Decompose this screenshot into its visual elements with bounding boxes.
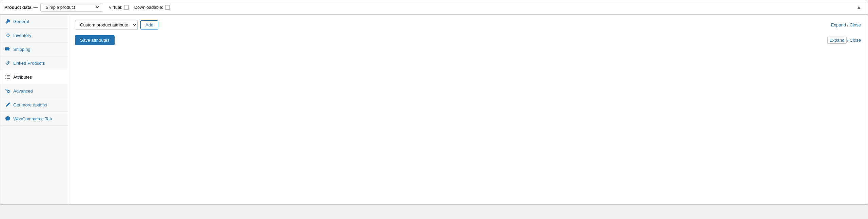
sidebar-item-woocommerce-tab-label: WooCommerce Tab [13, 116, 52, 121]
product-data-dash: — [33, 5, 38, 10]
product-data-panel: Product data — Simple product Variable p… [0, 0, 868, 205]
svg-rect-1 [7, 75, 10, 76]
gear-icon [5, 88, 11, 94]
product-data-body: General Inventory Shipping Linked Produc… [0, 15, 868, 204]
product-type-selector[interactable]: Simple product Variable product Grouped … [40, 3, 103, 12]
pencil-star-icon [5, 102, 11, 107]
svg-rect-4 [5, 78, 6, 79]
add-attribute-button[interactable]: Add [140, 20, 158, 29]
sidebar-item-get-more-options[interactable]: Get more options [0, 98, 68, 112]
sidebar-item-advanced[interactable]: Advanced [0, 84, 68, 98]
sidebar-item-general-label: General [13, 19, 29, 24]
downloadable-label[interactable]: Downloadable: [134, 5, 170, 10]
product-data-title: Product data [4, 5, 31, 10]
save-attributes-button[interactable]: Save attributes [75, 35, 115, 45]
diamond-icon [5, 33, 11, 38]
close-bottom-text[interactable]: / Close [847, 38, 861, 43]
downloadable-text: Downloadable: [134, 5, 163, 10]
collapse-button[interactable]: ▲ [854, 4, 864, 11]
expand-close-top-link[interactable]: Expand / Close [831, 22, 861, 27]
sidebar-item-linked-products[interactable]: Linked Products [0, 56, 68, 70]
truck-icon [5, 46, 11, 52]
virtual-label[interactable]: Virtual: [108, 5, 129, 10]
virtual-checkbox[interactable] [124, 5, 129, 10]
wrench-icon [5, 19, 11, 24]
virtual-text: Virtual: [108, 5, 122, 10]
svg-rect-5 [7, 78, 10, 79]
attribute-select[interactable]: Custom product attribute [75, 20, 137, 29]
attributes-main-content: Custom product attribute Add Expand / Cl… [68, 15, 868, 204]
svg-rect-2 [5, 77, 6, 77]
save-attributes-row: Save attributes Expand / Close [75, 35, 861, 45]
sidebar-item-advanced-label: Advanced [13, 88, 33, 94]
sidebar-item-shipping-label: Shipping [13, 47, 31, 52]
svg-rect-0 [5, 75, 6, 76]
virtual-downloadable-group: Virtual: Downloadable: [108, 5, 170, 10]
product-type-select-input[interactable]: Simple product Variable product Grouped … [44, 4, 100, 10]
list-icon [5, 74, 11, 80]
attribute-select-wrapper: Custom product attribute [75, 20, 138, 30]
sidebar-item-get-more-options-label: Get more options [13, 102, 47, 107]
attributes-controls-left: Custom product attribute Add [75, 20, 158, 30]
svg-rect-3 [7, 77, 10, 77]
downloadable-checkbox[interactable] [165, 5, 170, 10]
attributes-top-row: Custom product attribute Add Expand / Cl… [75, 20, 861, 30]
expand-bottom-link[interactable]: Expand [827, 37, 846, 44]
expand-close-bottom-wrapper: Expand / Close [827, 37, 861, 44]
chat-icon [5, 116, 11, 121]
product-data-header: Product data — Simple product Variable p… [0, 0, 868, 15]
sidebar-item-inventory-label: Inventory [13, 33, 31, 38]
sidebar-item-inventory[interactable]: Inventory [0, 28, 68, 42]
sidebar-item-shipping[interactable]: Shipping [0, 42, 68, 56]
sidebar-item-general[interactable]: General [0, 15, 68, 28]
link-icon [5, 60, 11, 66]
sidebar-item-linked-products-label: Linked Products [13, 61, 45, 66]
sidebar-item-woocommerce-tab[interactable]: WooCommerce Tab [0, 112, 68, 126]
sidebar: General Inventory Shipping Linked Produc… [0, 15, 68, 204]
sidebar-item-attributes-label: Attributes [13, 75, 32, 80]
sidebar-item-attributes[interactable]: Attributes [0, 70, 68, 84]
